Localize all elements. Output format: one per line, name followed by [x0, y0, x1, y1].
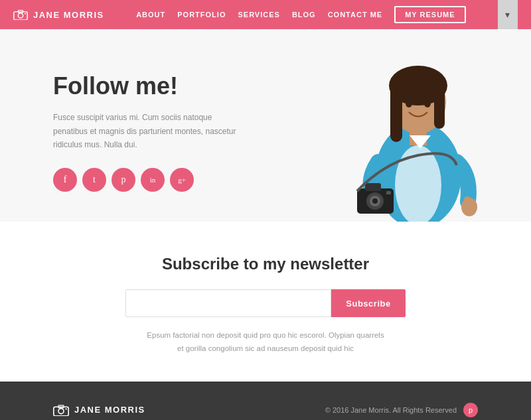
svg-point-23 — [58, 408, 64, 413]
hero-content: Follow me! Fusce suscipit varius mi. Cum… — [53, 72, 239, 191]
social-icons-list: f t p in g+ — [53, 168, 239, 192]
camera-icon — [13, 9, 28, 20]
hero-section: Follow me! Fusce suscipit varius mi. Cum… — [0, 29, 531, 222]
photographer-illustration — [345, 42, 491, 222]
svg-rect-15 — [365, 183, 381, 191]
pinterest-icon[interactable]: p — [112, 168, 135, 192]
nav-blog[interactable]: Blog — [292, 11, 316, 19]
hero-heading: Follow me! — [53, 72, 239, 100]
svg-rect-25 — [65, 408, 66, 409]
nav-about[interactable]: About — [136, 11, 165, 19]
svg-rect-8 — [390, 82, 402, 142]
footer-social-icon[interactable]: p — [463, 403, 478, 417]
hero-body-text: Fusce suscipit varius mi. Cum sociis nat… — [53, 111, 239, 151]
site-header: Jane Morris About Portfolio Services Blo… — [0, 0, 531, 29]
svg-rect-3 — [25, 13, 26, 14]
newsletter-form: Subscribe — [13, 289, 518, 317]
svg-point-5 — [395, 145, 441, 222]
chevron-down-icon: ▾ — [505, 9, 510, 20]
site-footer: Jane Morris © 2016 Jane Morris. All Righ… — [0, 382, 531, 420]
hero-image — [345, 29, 491, 222]
email-input[interactable] — [125, 289, 331, 317]
newsletter-section: Subscribe to my newsletter Subscribe Eps… — [0, 222, 531, 382]
svg-rect-9 — [434, 82, 445, 129]
svg-point-12 — [406, 100, 412, 107]
footer-copyright: © 2016 Jane Morris. All Rights Reserved — [325, 406, 457, 414]
facebook-icon[interactable]: f — [53, 168, 77, 192]
svg-point-13 — [424, 100, 431, 107]
nav-portfolio[interactable]: Portfolio — [177, 11, 226, 19]
newsletter-disclaimer: Epsum factorial non deposit quid pro quo… — [146, 329, 385, 355]
main-nav: About Portfolio Services Blog Contact Me… — [136, 6, 465, 23]
footer-right: © 2016 Jane Morris. All Rights Reserved … — [325, 403, 478, 417]
header-nav-area: About Portfolio Services Blog Contact Me… — [136, 6, 465, 23]
newsletter-heading: Subscribe to my newsletter — [13, 255, 518, 273]
twitter-icon[interactable]: t — [82, 168, 106, 192]
googleplus-icon[interactable]: g+ — [170, 168, 194, 192]
nav-services[interactable]: Services — [238, 11, 279, 19]
svg-rect-21 — [464, 196, 471, 208]
dropdown-button[interactable]: ▾ — [498, 0, 518, 29]
svg-rect-19 — [386, 191, 391, 194]
svg-point-18 — [372, 198, 378, 204]
footer-logo-text: Jane Morris — [74, 405, 145, 415]
nav-contact[interactable]: Contact Me — [328, 11, 383, 19]
subscribe-button[interactable]: Subscribe — [331, 289, 405, 317]
header-logo-text: Jane Morris — [33, 10, 104, 20]
footer-logo: Jane Morris — [53, 404, 145, 416]
footer-camera-icon — [53, 404, 69, 416]
header-logo: Jane Morris — [13, 9, 104, 20]
svg-point-1 — [18, 13, 23, 18]
resume-button[interactable]: My Resume — [394, 6, 465, 23]
linkedin-icon[interactable]: in — [141, 168, 165, 192]
